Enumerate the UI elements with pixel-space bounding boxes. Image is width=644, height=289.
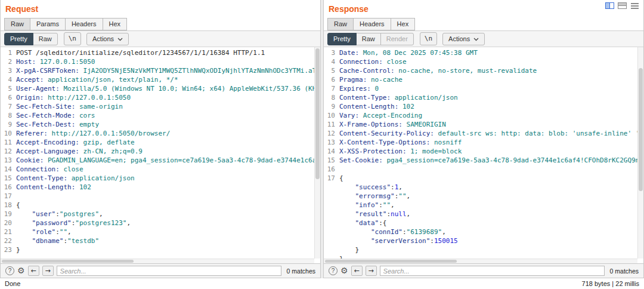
request-code: 1POST /sqleditor/initialize/sqleditor/12… [1,47,314,259]
code-line: 4Connection: close [324,57,637,66]
search-input[interactable] [57,266,281,276]
status-text: Done [5,280,20,287]
code-line: "result":null, [324,210,637,219]
code-line: 17 [1,192,314,201]
tab-raw[interactable]: Raw [4,18,30,30]
search-settings-gear-icon[interactable]: ⚙ [17,266,25,275]
tab-headers[interactable]: Headers [65,18,103,30]
help-icon[interactable]: ? [329,266,338,275]
view-mode-raw[interactable]: Raw [33,33,58,45]
response-panel: Response RawHeadersHex PrettyRawRender \… [323,0,644,278]
code-line: 5User-Agent: Mozilla/5.0 (Windows NT 10.… [1,84,314,93]
scrollbar-thumb[interactable] [639,68,643,190]
scrollbar-thumb[interactable] [325,260,457,263]
code-line: 6Origin: http://127.0.0.1:5050 [1,93,314,102]
code-line: } [324,254,637,259]
code-line: 19 "user":"postgres", [1,210,314,219]
next-match-button[interactable]: → [366,266,377,276]
previous-match-button[interactable]: ← [351,266,363,276]
code-line: 13X-Content-Type-Options: nosniff [324,138,637,147]
code-line: 15Content-Type: application/json [1,174,314,183]
tab-raw[interactable]: Raw [327,18,353,30]
chevron-down-icon [117,35,123,42]
code-line: 7Sec-Fetch-Site: same-origin [1,102,314,111]
actions-button[interactable]: Actions [86,33,129,45]
code-line: 9Sec-Fetch-Dest: empty [1,120,314,129]
code-line: 13Cookie: PGADMIN_LANGUAGE=en; pga4_sess… [1,156,314,165]
request-response-split: Request RawParamsHeadersHex PrettyRaw \n… [0,0,644,278]
actions-button[interactable]: Actions [442,33,485,45]
help-icon[interactable]: ? [5,266,14,275]
response-vertical-scrollbar[interactable] [637,47,643,259]
response-horizontal-scrollbar[interactable] [324,259,637,263]
code-line: 20 "password":"postgres123", [1,219,314,227]
response-search-bar: ? ⚙ ← → 0 matches [324,263,643,278]
view-mode-pretty[interactable]: Pretty [4,33,33,45]
code-line: 16Content-Length: 102 [1,183,314,192]
tab-params[interactable]: Params [30,18,65,30]
request-vertical-scrollbar[interactable] [314,47,320,259]
code-line: 10Referer: http://127.0.0.1:5050/browser… [1,129,314,138]
code-line: 7Expires: 0 [324,84,637,93]
request-panel: Request RawParamsHeadersHex PrettyRaw \n… [0,0,321,278]
view-mode-pretty[interactable]: Pretty [327,33,357,45]
code-line: 6Pragma: no-cache [324,75,637,84]
tab-hex[interactable]: Hex [103,18,128,30]
response-editor[interactable]: 3Date: Mon, 08 Dec 2025 07:45:38 GMT4Con… [324,47,643,263]
code-line: "errormsg":"", [324,192,637,201]
actions-button-label: Actions [92,35,114,42]
response-toolbar: PrettyRawRender \n Actions [324,31,643,47]
code-line: 12Accept-Language: zh-CN, zh;q=0.9 [1,147,314,156]
code-line: 5Cache-Control: no-cache, no-store, must… [324,66,637,75]
tab-headers[interactable]: Headers [353,18,391,30]
code-line: 14X-XSS-Protection: 1; mode=block [324,147,637,156]
search-settings-gear-icon[interactable]: ⚙ [340,266,348,275]
code-line: 4Accept: application/json, text/plain, *… [1,75,314,84]
show-newlines-button[interactable]: \n [64,32,81,45]
code-line: 21 "role":"", [1,227,314,236]
response-panel-header: Response [324,0,643,16]
response-code: 3Date: Mon, 08 Dec 2025 07:45:38 GMT4Con… [324,47,637,259]
actions-button-label: Actions [448,35,470,42]
next-match-button[interactable]: → [42,266,54,276]
request-toolbar: PrettyRaw \n Actions [1,31,320,47]
request-panel-header: Request [1,0,320,16]
response-view-mode-selector: PrettyRawRender [327,33,414,45]
code-line: 17{ [324,174,637,183]
previous-match-button[interactable]: ← [28,266,39,276]
code-line: 14Connection: close [1,165,314,174]
view-mode-raw[interactable]: Raw [356,33,381,45]
code-line: 8Content-Type: application/json [324,93,637,102]
code-line: 15Set-Cookie: pga4_session=ce7a619e-5aa3… [324,156,637,165]
status-bar: Done 718 bytes | 22 millis [0,278,644,289]
code-line: 3Date: Mon, 08 Dec 2025 07:45:38 GMT [324,48,637,57]
code-line: "connId":"6139689", [324,227,637,236]
code-line: "data":{ [324,219,637,227]
request-horizontal-scrollbar[interactable] [1,259,314,263]
request-search-bar: ? ⚙ ← → 0 matches [1,263,320,278]
code-line: 11Accept-Encoding: gzip, deflate [1,138,314,147]
request-editor[interactable]: 1POST /sqleditor/initialize/sqleditor/12… [1,47,320,263]
search-input[interactable] [380,266,605,276]
code-line: 12Content-Security-Policy: default-src w… [324,129,637,138]
response-size-timing: 718 bytes | 22 millis [582,280,639,287]
code-line: 9Content-Length: 102 [324,102,637,111]
view-mode-render: Render [380,33,414,45]
code-line: 22 "dbname":"testdb" [1,236,314,245]
code-line: "serverVersion":150015 [324,236,637,245]
response-panel-title: Response [329,4,369,14]
scrollbar-thumb[interactable] [315,48,320,179]
tab-hex[interactable]: Hex [391,18,416,30]
scrollbar-thumb[interactable] [2,260,134,263]
code-line: 16 [324,165,637,174]
match-count: 0 matches [287,268,315,275]
code-line: } [324,245,637,254]
match-count: 0 matches [610,268,639,275]
code-line: 11X-Frame-Options: SAMEORIGIN [324,120,637,129]
response-tabs: RawHeadersHex [324,16,643,31]
request-panel-title: Request [5,4,38,14]
code-line: 2Host: 127.0.0.1:5050 [1,57,314,66]
chevron-down-icon [473,35,479,42]
show-newlines-button[interactable]: \n [420,32,437,45]
code-line: 18{ [1,201,314,210]
